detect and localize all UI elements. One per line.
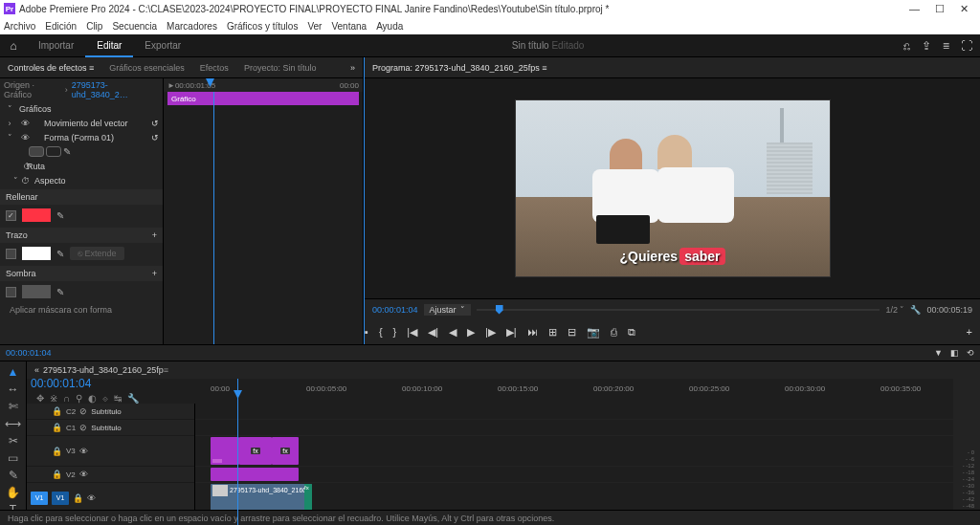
effect-timeline[interactable]: ►00:00:01:05 00:00 Gráfico	[163, 78, 363, 344]
filter-icon[interactable]: ▼	[934, 348, 943, 358]
playhead-marker-icon[interactable]	[496, 305, 503, 315]
menu-archivo[interactable]: Archivo	[4, 21, 35, 32]
eye-icon[interactable]: 👁	[19, 119, 31, 128]
tgt-patch-v1[interactable]: V1	[52, 492, 69, 505]
tab-proyecto[interactable]: Proyecto: Sin título	[244, 63, 317, 73]
tab-efectos[interactable]: Efectos	[200, 63, 229, 73]
share-icon[interactable]: ⇪	[922, 39, 931, 53]
ripple-tool-icon[interactable]: ✄	[9, 400, 18, 413]
pen-tool-icon[interactable]: ✎	[9, 469, 18, 482]
fill-color-swatch[interactable]	[22, 208, 51, 222]
eye-icon[interactable]: 👁	[79, 470, 88, 479]
stopwatch-icon[interactable]: ⏱	[19, 176, 31, 186]
menu-ventana[interactable]: Ventana	[331, 21, 367, 32]
tab-controles-efectos[interactable]: Controles de efectos	[8, 63, 94, 73]
menu-ver[interactable]: Ver	[307, 21, 322, 32]
track-v2[interactable]	[195, 467, 953, 483]
add-shadow-button[interactable]: +	[152, 269, 157, 278]
go-out-icon[interactable]: ▶|	[506, 326, 517, 339]
menu-marcadores[interactable]: Marcadores	[167, 21, 217, 32]
source-clip-link[interactable]: 2795173-uhd_3840_2…	[72, 80, 159, 99]
menu-graficos[interactable]: Gráficos y títulos	[227, 21, 298, 32]
tc-in[interactable]: 00:00:01:04	[372, 305, 418, 315]
tl-opt-icon[interactable]: ◐	[88, 393, 97, 404]
mask-row[interactable]: Aplicar máscara con forma	[0, 302, 163, 317]
eye-icon[interactable]: ⊘	[79, 406, 87, 416]
close-button[interactable]: ✕	[960, 3, 969, 15]
tl-opt-icon[interactable]: 🔧	[127, 393, 139, 404]
track-head-c2[interactable]: 🔒 C2 ⊘ Subtítulo	[27, 404, 194, 420]
pipette-icon[interactable]: ✎	[56, 287, 64, 297]
program-view[interactable]: ¿Quieres saber	[365, 78, 980, 298]
program-tab[interactable]: Programa: 2795173-uhd_3840_2160_25fps	[372, 63, 546, 73]
track-head-v3[interactable]: 🔒 V3 👁	[27, 436, 194, 467]
next-icon[interactable]: ⏭	[527, 326, 538, 338]
extract-icon[interactable]: ⊟	[568, 326, 576, 339]
timeline-content[interactable]: fx fx 2795173-uhd_3840_2160_25… fx	[195, 404, 953, 519]
tl-opt-icon[interactable]: ∩	[63, 393, 70, 404]
compare-icon[interactable]: ⎙	[611, 326, 617, 338]
play-button[interactable]: ▶	[467, 326, 475, 339]
track-select-tool-icon[interactable]: ↔	[8, 383, 19, 396]
maximize-button[interactable]: ☐	[935, 3, 945, 15]
step-fwd-icon[interactable]: |▶	[485, 326, 496, 339]
tl-opt-icon[interactable]: ✥	[36, 393, 44, 404]
stroke-color-swatch[interactable]	[22, 247, 51, 260]
lift-icon[interactable]: ⊞	[548, 326, 557, 339]
multiview-icon[interactable]: ⧉	[628, 326, 635, 339]
resolution-dropdown[interactable]: 1/2 ˅	[885, 305, 904, 315]
ec-clip[interactable]: Gráfico	[167, 92, 359, 105]
snap-icon[interactable]: ◧	[950, 348, 959, 358]
ruta-row[interactable]: ⏱ Ruta	[0, 159, 163, 173]
tl-opt-icon[interactable]: ※	[50, 393, 57, 404]
menu-secuencia[interactable]: Secuencia	[112, 21, 157, 32]
tab-exportar[interactable]: Exportar	[133, 34, 192, 57]
lock-icon[interactable]: 🔒	[73, 493, 83, 503]
home-button[interactable]: ⌂	[0, 39, 27, 53]
track-c2[interactable]	[195, 404, 953, 420]
tl-opt-icon[interactable]: ⟐	[102, 393, 108, 404]
timeline-playhead-icon[interactable]	[234, 390, 242, 399]
src-patch-v1[interactable]: V1	[31, 492, 48, 505]
refresh-icon[interactable]: ⟲	[967, 348, 974, 358]
tl-opt-icon[interactable]: ↹	[114, 393, 122, 404]
panel-overflow-icon[interactable]: »	[350, 63, 355, 73]
minimize-button[interactable]: —	[909, 3, 920, 15]
pipette-icon[interactable]: ✎	[56, 249, 64, 259]
eye-icon[interactable]: 👁	[79, 447, 88, 456]
forma-row[interactable]: ˅ 👁 Forma (Forma 01) ↺	[0, 130, 163, 144]
export-frame-icon[interactable]: 📷	[587, 326, 600, 339]
in-icon[interactable]: {	[379, 326, 383, 338]
reset-icon[interactable]: ↺	[151, 133, 159, 142]
razor-tool-icon[interactable]: ✂	[9, 434, 18, 448]
clip-gfx-v2[interactable]	[211, 468, 299, 481]
aspecto-row[interactable]: ˅ ⏱ Aspecto	[0, 173, 163, 187]
timeline-tc[interactable]: 00:00:01:04	[31, 377, 199, 390]
track-c1[interactable]	[195, 420, 953, 436]
workspace-icon[interactable]: ≡	[943, 39, 949, 53]
shape-rect-icon[interactable]	[46, 146, 61, 157]
tab-importar[interactable]: Importar	[27, 34, 85, 57]
eye-icon[interactable]: ⊘	[79, 423, 87, 432]
menu-edicion[interactable]: Edición	[45, 21, 77, 32]
clip-gfx-1[interactable]	[211, 437, 239, 465]
track-v3[interactable]: fx fx	[195, 436, 953, 467]
menu-ayuda[interactable]: Ayuda	[376, 21, 403, 32]
shape-ellipse-icon[interactable]	[29, 146, 44, 157]
menu-clip[interactable]: Clip	[86, 21, 102, 32]
add-stroke-button[interactable]: +	[152, 230, 157, 240]
clip-video[interactable]: 2795173-uhd_3840_2160_25… fx	[211, 484, 312, 512]
timeline-playhead-line[interactable]	[237, 379, 238, 525]
mov-vector-row[interactable]: › 👁 Movimiento del vector ↺	[0, 116, 163, 130]
quick-export-icon[interactable]: ⎌	[903, 39, 910, 53]
lock-icon[interactable]: 🔒	[52, 423, 62, 432]
reset-icon[interactable]: ↺	[151, 119, 159, 128]
rectangle-tool-icon[interactable]: ▭	[8, 451, 18, 465]
playhead-line[interactable]	[213, 92, 214, 344]
selection-tool-icon[interactable]: ▲	[8, 365, 19, 379]
strip-tc[interactable]: 00:00:01:04	[6, 348, 52, 358]
stroke-checkbox[interactable]	[6, 249, 16, 259]
clip-gfx-3[interactable]: fx	[272, 437, 299, 465]
tab-graficos-esenciales[interactable]: Gráficos esenciales	[109, 63, 185, 73]
go-in-icon[interactable]: |◀	[407, 326, 417, 339]
